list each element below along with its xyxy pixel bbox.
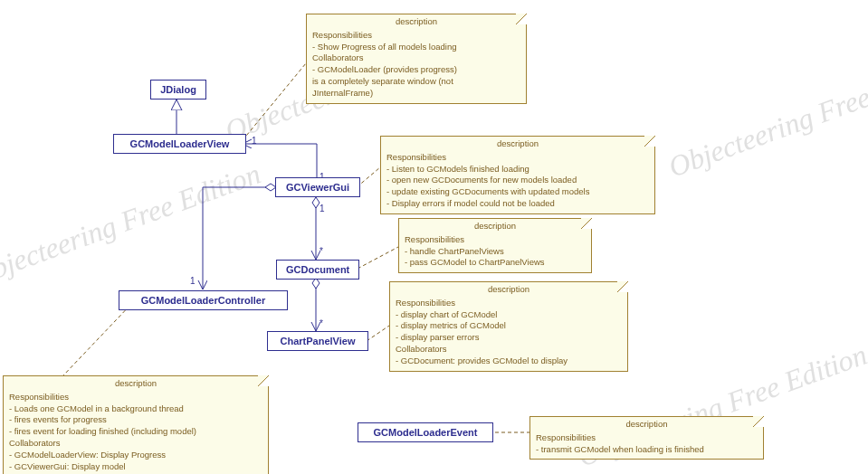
note-line: Responsibilities <box>536 432 758 444</box>
note-line: - transmit GCModel when loading is finis… <box>536 444 758 456</box>
note-gcmodelloaderview: description Responsibilities - Show Prog… <box>306 14 527 104</box>
note-line: - GCDocument: provides GCModel to displa… <box>396 356 622 367</box>
multiplicity: * <box>320 318 323 328</box>
note-line: - display chart of GCModel <box>396 309 622 321</box>
note-line: - display parser errors <box>396 332 622 344</box>
multiplicity: 1 <box>190 276 196 286</box>
note-line: - Display errors if model could not be l… <box>386 198 649 210</box>
note-gcdocument: description Responsibilities - handle Ch… <box>398 218 592 273</box>
svg-line-6 <box>367 326 389 341</box>
note-line: is a completely separate window (not <box>312 76 520 88</box>
note-line: Responsibilities <box>9 392 262 403</box>
note-gcviewergui: description Responsibilities - Listen to… <box>380 136 655 214</box>
note-line: - Show Progress of all models loading <box>312 42 520 53</box>
class-chartpanelview: ChartPanelView <box>267 331 368 351</box>
svg-line-7 <box>63 301 134 375</box>
note-title: description <box>9 378 262 390</box>
class-jdialog: JDialog <box>150 80 206 100</box>
watermark: Objecteering Free Edition <box>664 49 868 185</box>
note-line: - open new GCDocuments for new models lo… <box>386 175 649 186</box>
multiplicity: 1 <box>252 136 257 146</box>
note-line: - GCModelLoader (provides progress) <box>312 64 520 76</box>
note-line: Responsibilities <box>386 152 649 164</box>
svg-line-5 <box>358 247 398 269</box>
note-line: Collaborators <box>9 438 262 450</box>
note-title: description <box>312 16 520 28</box>
note-title: description <box>396 284 622 296</box>
note-title: description <box>536 419 758 431</box>
note-line: - display metrics of GCModel <box>396 320 622 332</box>
note-line: - GCViewerGui: Display model <box>9 461 262 473</box>
note-line: - Loads one GCModel in a background thre… <box>9 403 262 415</box>
note-line: - update existing GCDocuments with updat… <box>386 186 649 198</box>
note-line: - handle ChartPanelViews <box>405 246 586 258</box>
note-gcmodelloadercontroller: description Responsibilities - Loads one… <box>3 375 269 474</box>
class-gcmodelloadercontroller: GCModelLoaderController <box>119 290 288 310</box>
note-line: Responsibilities <box>396 298 622 309</box>
note-line: - Listen to GCModels finished loading <box>386 164 649 175</box>
note-gcmodelloaderevent: description Responsibilities - transmit … <box>529 416 764 460</box>
multiplicity: * <box>320 246 323 256</box>
note-line: - fires event for loading finished (incl… <box>9 426 262 438</box>
note-chartpanelview: description Responsibilities - display c… <box>389 281 628 372</box>
note-title: description <box>386 138 649 150</box>
note-line: Responsibilities <box>312 30 520 42</box>
note-title: description <box>405 221 586 232</box>
note-line: - fires events for progress <box>9 414 262 426</box>
class-gcdocument: GCDocument <box>276 260 359 280</box>
class-gcviewergui: GCViewerGui <box>275 177 360 197</box>
note-line: - GCModelLoaderView: Display Progress <box>9 450 262 461</box>
note-line: JInternalFrame) <box>312 88 520 100</box>
watermark: Objecteering Free Edition <box>0 157 265 293</box>
note-line: Collaborators <box>396 344 622 356</box>
note-line: Responsibilities <box>405 234 586 246</box>
class-gcmodelloaderevent: GCModelLoaderEvent <box>358 422 493 442</box>
svg-line-3 <box>243 63 306 140</box>
multiplicity: 1 <box>320 204 325 213</box>
note-line: Collaborators <box>312 52 520 64</box>
note-line: - pass GCModel to ChartPanelViews <box>405 257 586 269</box>
class-gcmodelloaderview: GCModelLoaderView <box>113 134 246 154</box>
